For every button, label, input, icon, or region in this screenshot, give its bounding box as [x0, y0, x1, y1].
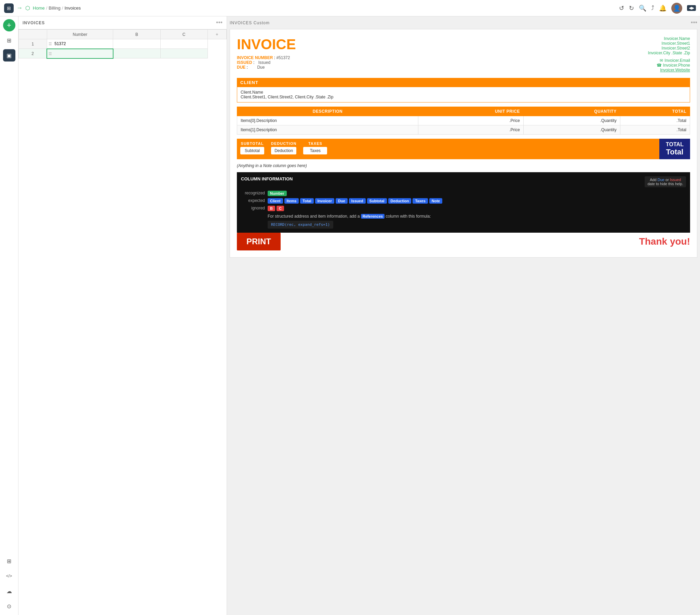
item-1-quantity: .Quantity — [523, 125, 620, 135]
avatar[interactable]: 👤 — [671, 3, 682, 14]
invoice-due-value: Due — [257, 65, 264, 70]
column-info-section: COLUMN INFORMATION Add Due or Issued dat… — [237, 172, 690, 233]
layers-icon: ⬡ — [25, 5, 30, 11]
tag-taxes: Taxes — [413, 198, 428, 204]
code-icon: </> — [6, 574, 12, 578]
spreadsheet-table: Number B C + 1 ☰ 51372 — [18, 29, 227, 59]
invoicer-email: Invoicer.Email — [664, 58, 690, 63]
tag-references: References — [361, 214, 385, 219]
expected-tags: Client Items Total Invoicer Due Issued S… — [267, 198, 442, 204]
item-0-total: .Total — [620, 116, 690, 125]
col-info-recognized-key: recognized — [241, 191, 265, 196]
sidebar-item-code[interactable]: </> — [3, 570, 15, 582]
app-grid-icon[interactable]: ⊞ — [4, 3, 14, 13]
item-1-total: .Total — [620, 125, 690, 135]
table-row: 1 ☰ 51372 — [19, 39, 227, 49]
code-text: RECORD(rec, expand_refs=1) — [271, 223, 330, 227]
right-panel-header: INVOICES Custom ••• — [230, 19, 697, 26]
tag-due: Due — [336, 198, 348, 204]
spreadsheet-menu-button[interactable]: ••• — [216, 19, 223, 26]
invoice-due-row: DUE : Due — [237, 65, 296, 70]
subtotal-col: SUBTOTAL Subtotal — [240, 141, 264, 154]
cell-1-number[interactable]: ☰ 51372 — [47, 39, 113, 49]
nav-forward-arrow[interactable]: → — [16, 4, 23, 12]
hint-due: Due — [658, 178, 664, 182]
cloud-icon: ☁ — [7, 588, 12, 594]
client-header: CLIENT — [237, 78, 690, 87]
bell-icon[interactable]: 🔔 — [659, 4, 666, 12]
totals-section: SUBTOTAL Subtotal DEDUCTION Deduction TA… — [237, 139, 690, 159]
item-0-description: Items[0].Description — [237, 116, 418, 125]
total-grand-value: Total — [666, 148, 684, 156]
settings-icon: ⊙ — [7, 603, 11, 610]
invoice-number-label: INVOICE NUMBER — [237, 55, 273, 60]
content-area: INVOICES ••• Number B C + — [18, 16, 700, 615]
spreadsheet: Number B C + 1 ☰ 51372 — [18, 29, 227, 615]
recognized-tags: Number — [267, 191, 287, 196]
sidebar-item-table[interactable]: ▣ — [3, 49, 15, 62]
cell-2-c[interactable] — [160, 49, 208, 59]
tag-deduction: Deduction — [388, 198, 412, 204]
invoice-issued-sep: : — [253, 60, 254, 65]
sidebar-item-settings[interactable]: ⊙ — [3, 600, 15, 612]
col-header-number[interactable]: Number — [47, 30, 113, 39]
col-header-c[interactable]: C — [160, 30, 208, 39]
right-panel-title: INVOICES Custom — [230, 21, 270, 25]
nav-actions: ↺ ↻ 🔍 ⤴ 🔔 👤 ◀▶ — [619, 3, 696, 14]
item-0-quantity: .Quantity — [523, 116, 620, 125]
tag-b: B — [267, 206, 275, 211]
cell-icon-2: ☰ — [47, 52, 53, 56]
grid-icon: ⊞ — [7, 37, 11, 44]
invoice-note: (Anything in a Note column goes here) — [237, 163, 690, 168]
col-info-desc: For structured address and item informat… — [267, 214, 686, 219]
invoice-due-sep: : — [247, 65, 248, 70]
tag-client: Client — [267, 198, 283, 204]
right-panel-menu-button[interactable]: ••• — [691, 19, 697, 26]
tag-number: Number — [267, 191, 287, 196]
breadcrumb-home[interactable]: Home — [33, 5, 45, 11]
client-body: Client.Name Client.Street1, Client.Stree… — [237, 87, 690, 102]
invoice-number-value: #51372 — [276, 55, 290, 60]
sidebar-item-grid[interactable]: ⊞ — [3, 34, 15, 47]
ignored-tags: B C — [267, 206, 284, 211]
invoice-title: INVOICE — [237, 36, 296, 53]
dashboard-icon: ⊞ — [7, 558, 11, 564]
invoice-left: INVOICE INVOICE NUMBER : #51372 ISSUED :… — [237, 36, 296, 73]
sidebar-item-dashboard[interactable]: ⊞ — [3, 555, 15, 567]
tag-items: Items — [284, 198, 299, 204]
cell-2-b[interactable] — [113, 49, 160, 59]
invoice-issued-label: ISSUED — [237, 60, 252, 65]
hint-issued: Issued — [670, 178, 681, 182]
invoicer-email-row: ✉ Invoicer.Email — [648, 58, 690, 63]
sidebar-toggle-button[interactable]: ◀▶ — [687, 5, 696, 11]
cell-1-b[interactable] — [113, 39, 160, 49]
breadcrumb-billing[interactable]: Billing — [49, 5, 61, 11]
deduction-value: Deduction — [271, 147, 296, 154]
cell-1-c[interactable] — [160, 39, 208, 49]
invoicer-street2: Invoicer.Street2 — [648, 46, 690, 51]
item-row-0: Items[0].Description .Price .Quantity .T… — [237, 116, 690, 125]
undo-button[interactable]: ↺ — [619, 4, 624, 12]
col-header-b[interactable]: B — [113, 30, 160, 39]
items-table: DESCRIPTION UNIT PRICE QUANTITY TOTAL It… — [237, 106, 690, 135]
add-button[interactable]: + — [3, 19, 15, 32]
search-icon[interactable]: 🔍 — [639, 4, 646, 12]
share-icon[interactable]: ⤴ — [651, 4, 654, 12]
invoicer-city: Invoicer.City .State .Zip — [648, 51, 690, 55]
invoice-issued-row: ISSUED : Issued — [237, 60, 296, 65]
taxes-value: Taxes — [303, 147, 327, 154]
redo-button[interactable]: ↻ — [629, 4, 634, 12]
main-layout: + ⊞ ▣ ⊞ </> ☁ ⊙ INVOICES ••• — [0, 16, 700, 615]
tag-invoicer: Invoicer — [315, 198, 334, 204]
top-nav: ⊞ → ⬡ Home / Billing / Invoices ↺ ↻ 🔍 ⤴ … — [0, 0, 700, 16]
invoice-card: INVOICE INVOICE NUMBER : #51372 ISSUED :… — [230, 29, 697, 258]
invoicer-contact: ✉ Invoicer.Email ☎ Invoicer.Phone Invoic… — [648, 58, 690, 73]
left-panel: INVOICES ••• Number B C + — [18, 16, 227, 615]
items-header-total: TOTAL — [620, 107, 690, 116]
tag-subtotal: Subtotal — [367, 198, 387, 204]
col-header-add[interactable]: + — [208, 30, 226, 39]
cell-2-number[interactable]: ☰ — [47, 49, 113, 59]
print-button[interactable]: PRINT — [237, 233, 280, 250]
invoicer-phone: Invoicer.Phone — [663, 63, 690, 68]
sidebar-item-cloud[interactable]: ☁ — [3, 585, 15, 597]
